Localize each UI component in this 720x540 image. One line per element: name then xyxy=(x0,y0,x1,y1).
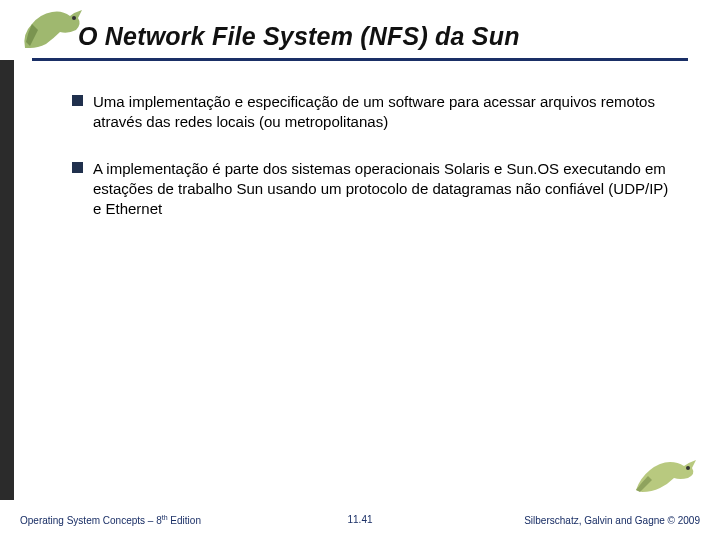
footer-left: Operating System Concepts – 8th Edition xyxy=(20,514,201,526)
svg-point-1 xyxy=(686,466,690,470)
svg-point-0 xyxy=(72,16,76,20)
bullet-icon xyxy=(72,95,83,106)
bullet-text: A implementação é parte dos sistemas ope… xyxy=(93,159,680,220)
footer-left-prefix: Operating System Concepts – 8 xyxy=(20,515,162,526)
dinosaur-bottom-illustration xyxy=(632,448,702,496)
slide-title: O Network File System (NFS) da Sun xyxy=(78,22,520,51)
bullet-item: A implementação é parte dos sistemas ope… xyxy=(72,159,680,220)
title-underline xyxy=(32,58,688,61)
slide-content: Uma implementação e especificação de um … xyxy=(72,92,680,245)
bullet-item: Uma implementação e especificação de um … xyxy=(72,92,680,133)
bullet-text: Uma implementação e especificação de um … xyxy=(93,92,680,133)
bullet-icon xyxy=(72,162,83,173)
slide-footer: Operating System Concepts – 8th Edition … xyxy=(20,514,700,526)
left-sidebar-stripe xyxy=(0,60,14,500)
footer-page-number: 11.41 xyxy=(347,514,372,525)
footer-copyright: Silberschatz, Galvin and Gagne © 2009 xyxy=(524,515,700,526)
footer-left-suffix: Edition xyxy=(168,515,201,526)
